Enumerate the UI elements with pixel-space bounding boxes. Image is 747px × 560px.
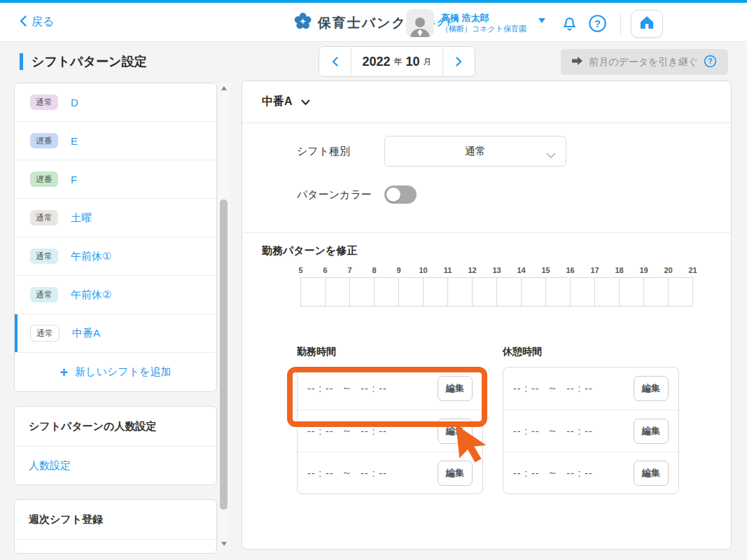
back-button[interactable]: 戻る <box>20 15 54 29</box>
headcount-section-title: シフトパターンの人数設定 <box>15 407 216 447</box>
hour-label: 13 <box>484 266 509 274</box>
time-settings: 勤務時間 -- : -- ～ -- : -- 編集 -- : -- ～ <box>297 346 731 494</box>
shift-pattern-detail-panel: 中番A シフト種別 通常 パターンカラー 勤務パターンを修正 567891011 <box>242 80 732 550</box>
pattern-color-label: パターンカラー <box>297 188 384 202</box>
shift-item-e[interactable]: 遅番 E <box>15 122 216 160</box>
edit-break-time-button[interactable]: 編集 <box>634 419 669 444</box>
break-time-row: -- : -- ～ -- : -- 編集 <box>503 410 678 451</box>
break-time-column: 休憩時間 -- : -- ～ -- : -- 編集 -- : -- ～ <box>503 346 679 494</box>
tilde-separator: ～ <box>547 425 558 438</box>
timeline-cell[interactable] <box>496 278 521 306</box>
timeline-cell[interactable] <box>374 278 398 306</box>
scroll-up-arrow-icon[interactable] <box>218 83 229 94</box>
headcount-settings-link[interactable]: 人数設定 <box>15 447 216 484</box>
pattern-color-row: パターンカラー <box>297 185 731 204</box>
page-title-accent-bar <box>20 53 23 70</box>
scrollbar-thumb[interactable] <box>220 200 228 510</box>
current-month-display: 2022 年 10 月 <box>351 47 442 76</box>
shift-item-saturday[interactable]: 通常 土曜 <box>15 199 216 237</box>
pattern-header[interactable]: 中番A <box>242 81 731 123</box>
timeline-cell[interactable] <box>545 278 570 306</box>
shift-item-f[interactable]: 遅番 F <box>15 160 216 199</box>
shift-type-badge: 通常 <box>30 248 58 264</box>
back-label: 戻る <box>32 15 54 29</box>
hour-label: 16 <box>558 266 582 274</box>
work-time-row: -- : -- ～ -- : -- 編集 <box>298 368 482 410</box>
shift-item-d[interactable]: 通常 D <box>15 83 216 122</box>
work-time-title: 勤務時間 <box>297 346 483 358</box>
shift-type-label: シフト種別 <box>297 145 384 158</box>
work-time-row: -- : -- ～ -- : -- 編集 <box>298 410 482 451</box>
timeline-cell[interactable] <box>349 278 374 306</box>
shift-type-badge: 通常 <box>30 210 58 225</box>
app-header: 戻る 保育士バンク! コネクト <box>0 3 747 42</box>
hour-label: 18 <box>607 266 631 274</box>
timeline-cell[interactable] <box>570 278 594 306</box>
weekly-shift-section: 週次シフト登録 <box>14 499 217 554</box>
edit-work-time-button[interactable]: 編集 <box>438 419 473 444</box>
timeline-cell[interactable] <box>447 278 472 306</box>
month-navigator: 2022 年 10 月 <box>319 46 475 77</box>
timeline-cell[interactable] <box>472 278 496 306</box>
question-circle-icon[interactable]: ? <box>704 55 717 70</box>
break-time-row: -- : -- ～ -- : -- 編集 <box>503 451 678 493</box>
scroll-down-arrow-icon[interactable] <box>218 538 229 550</box>
notification-bell-icon[interactable] <box>560 14 579 36</box>
avatar <box>406 9 434 37</box>
sidebar-scrollbar[interactable] <box>218 83 229 550</box>
timeline-cell[interactable] <box>301 278 325 306</box>
shift-type-badge: 通常 <box>30 325 60 342</box>
headcount-section: シフトパターンの人数設定 人数設定 <box>14 406 217 485</box>
edit-work-time-button[interactable]: 編集 <box>438 461 473 486</box>
help-icon[interactable]: ? <box>588 14 607 36</box>
end-time-value: -- : -- <box>361 383 386 394</box>
shift-type-badge: 遅番 <box>30 133 58 148</box>
shift-type-select[interactable]: 通常 <box>384 136 566 167</box>
pattern-color-toggle[interactable] <box>384 186 417 204</box>
timeline-cell[interactable] <box>423 278 447 306</box>
end-time-value: -- : -- <box>566 468 592 479</box>
user-name: 高橋 浩太郎 <box>441 12 526 24</box>
shift-item-morning-off-1[interactable]: 通常 午前休① <box>15 237 216 276</box>
add-shift-button[interactable]: + 新しいシフトを追加 <box>15 353 216 391</box>
timeline-grid <box>300 277 693 307</box>
work-time-column: 勤務時間 -- : -- ～ -- : -- 編集 -- : -- ～ <box>297 346 483 494</box>
break-time-title: 休憩時間 <box>503 346 679 358</box>
edit-pattern-title: 勤務パターンを修正 <box>262 244 711 258</box>
shift-item-morning-off-2[interactable]: 通常 午前休② <box>15 276 216 314</box>
toggle-knob <box>386 188 400 202</box>
svg-text:?: ? <box>594 18 601 29</box>
shift-type-badge: 通常 <box>30 94 58 110</box>
timeline-cell[interactable] <box>643 278 668 306</box>
hour-label: 12 <box>460 266 484 274</box>
user-info: 高橋 浩太郎 （横断）コネクト保育園 <box>441 12 526 34</box>
shift-item-nakaban-a[interactable]: 通常 中番A <box>15 314 216 353</box>
timeline-cell[interactable] <box>594 278 619 306</box>
hour-label: 21 <box>680 266 705 274</box>
start-time-value: -- : -- <box>513 426 539 437</box>
tilde-separator: ～ <box>547 467 558 479</box>
month-unit: 月 <box>424 56 432 68</box>
year-unit: 年 <box>394 56 403 68</box>
edit-work-time-button[interactable]: 編集 <box>438 376 473 401</box>
sakura-flower-icon <box>293 12 312 34</box>
user-menu[interactable]: 高橋 浩太郎 （横断）コネクト保育園 <box>406 9 526 37</box>
edit-break-time-button[interactable]: 編集 <box>634 461 669 486</box>
next-month-button[interactable] <box>442 47 475 76</box>
edit-break-time-button[interactable]: 編集 <box>634 376 669 401</box>
timeline-cell[interactable] <box>668 278 692 306</box>
tilde-separator: ～ <box>342 467 352 479</box>
timeline-cell[interactable] <box>521 278 545 306</box>
shift-list: 通常 D 遅番 E 遅番 F 通常 土曜 通常 午前休① 通常 午前休② <box>14 83 217 392</box>
weekly-shift-section-title: 週次シフト登録 <box>15 500 216 540</box>
app-root: 戻る 保育士バンク! コネクト <box>0 0 747 560</box>
user-caret-down-icon[interactable] <box>538 18 545 23</box>
timeline-cell[interactable] <box>398 278 423 306</box>
shift-type-badge: 遅番 <box>30 172 58 187</box>
timeline-cell[interactable] <box>619 278 643 306</box>
carryover-previous-month-button[interactable]: 前月のデータを引き継ぐ ? <box>561 49 728 75</box>
shift-type-row: シフト種別 通常 <box>297 136 731 167</box>
prev-month-button[interactable] <box>319 47 351 76</box>
home-button[interactable] <box>631 10 663 38</box>
timeline-cell[interactable] <box>325 278 349 306</box>
